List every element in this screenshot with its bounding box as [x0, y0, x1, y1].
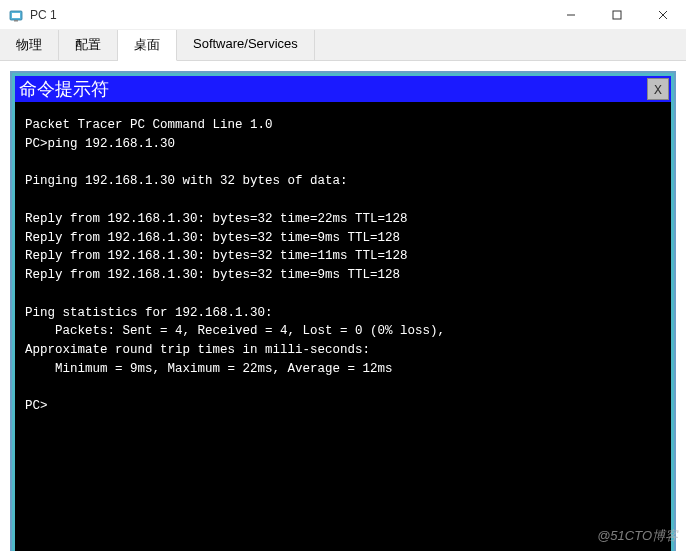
- desktop-area: 命令提示符 X Packet Tracer PC Command Line 1.…: [0, 61, 686, 551]
- desktop-inner: 命令提示符 X Packet Tracer PC Command Line 1.…: [10, 71, 676, 551]
- minimize-button[interactable]: [548, 0, 594, 30]
- titlebar-left: PC 1: [8, 7, 57, 23]
- terminal-body[interactable]: Packet Tracer PC Command Line 1.0 PC>pin…: [15, 102, 671, 551]
- terminal-window: 命令提示符 X Packet Tracer PC Command Line 1.…: [15, 76, 671, 551]
- tab-physical[interactable]: 物理: [0, 30, 59, 60]
- tab-software-services[interactable]: Software/Services: [177, 30, 315, 60]
- svg-rect-4: [613, 11, 621, 19]
- tab-bar: 物理 配置 桌面 Software/Services: [0, 30, 686, 61]
- tab-config[interactable]: 配置: [59, 30, 118, 60]
- terminal-title: 命令提示符: [19, 77, 109, 101]
- maximize-button[interactable]: [594, 0, 640, 30]
- close-button[interactable]: [640, 0, 686, 30]
- app-icon: [8, 7, 24, 23]
- tab-desktop[interactable]: 桌面: [118, 30, 177, 61]
- terminal-titlebar: 命令提示符 X: [15, 76, 671, 102]
- terminal-close-button[interactable]: X: [647, 78, 669, 100]
- window-controls: [548, 0, 686, 30]
- svg-rect-1: [12, 13, 20, 18]
- window-title: PC 1: [30, 8, 57, 22]
- window-titlebar: PC 1: [0, 0, 686, 30]
- svg-rect-2: [14, 20, 18, 22]
